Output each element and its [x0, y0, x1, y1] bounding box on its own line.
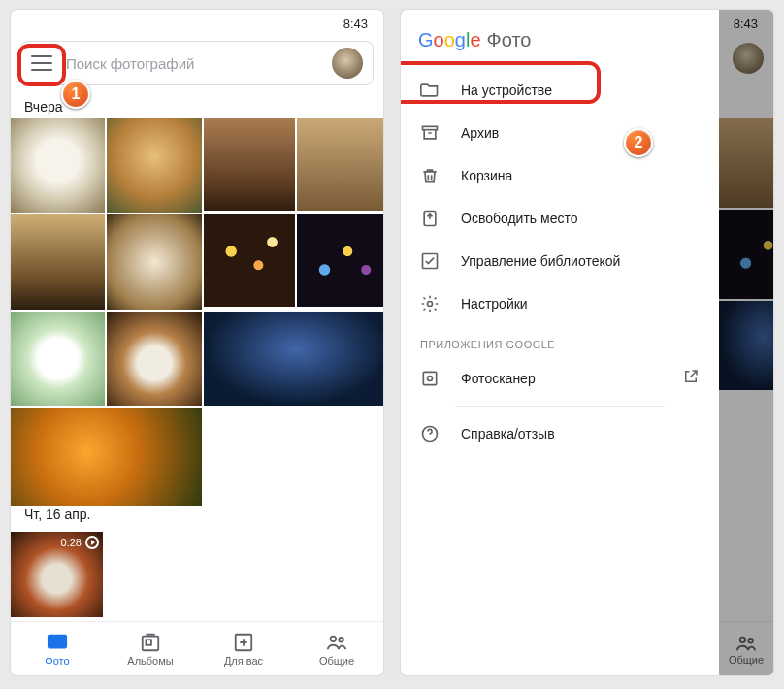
photo-thumb[interactable] [297, 214, 383, 307]
photo-thumb[interactable] [204, 214, 296, 307]
callout-badge-1: 1 [61, 80, 90, 109]
help-icon [420, 424, 440, 443]
drawer-item-label: Архив [461, 125, 499, 141]
albums-icon [140, 632, 161, 653]
menu-button[interactable] [31, 55, 52, 71]
drawer-item-label: Справка/отзыв [461, 426, 555, 442]
free-space-icon [420, 209, 440, 228]
tab-photos[interactable]: Фото [11, 622, 104, 675]
drawer-item-label: Освободить место [461, 211, 578, 226]
photo-thumb[interactable] [297, 118, 383, 211]
drawer-item-trash[interactable]: Корзина [401, 154, 719, 197]
status-bar: 8:43 [11, 10, 383, 37]
photoscan-icon [420, 369, 440, 388]
play-icon [85, 536, 99, 549]
drawer-item-label: Управление библиотекой [461, 253, 620, 269]
drawer-item-label: Фотосканер [461, 371, 536, 386]
photo-thumb[interactable] [11, 118, 105, 213]
archive-icon [420, 123, 440, 143]
drawer-item-archive[interactable]: Архив [401, 112, 719, 154]
svg-point-12 [428, 376, 433, 380]
phone-left: 8:43 Поиск фотографий 1 Вчера Чт, 16 апр… [11, 10, 383, 675]
drawer-item-label: На устройстве [461, 82, 552, 98]
photo-thumb[interactable] [107, 214, 201, 309]
photo-thumb[interactable] [204, 312, 383, 406]
drawer-item-device[interactable]: На устройстве [401, 69, 719, 112]
folder-icon [420, 81, 440, 100]
svg-rect-1 [146, 640, 151, 645]
photo-thumb[interactable] [204, 118, 296, 211]
hamburger-icon [31, 55, 52, 71]
photo-thumb[interactable] [107, 312, 201, 406]
video-duration: 0:28 [61, 537, 82, 548]
gear-icon [420, 294, 440, 313]
photo-thumb[interactable] [11, 312, 105, 406]
section-thu16: Чт, 16 апр. [11, 497, 383, 526]
phone-right: 8:43 Общие Google Фото На у [401, 10, 773, 675]
navigation-drawer: Google Фото На устройстве 2 Архив Корзин… [401, 10, 719, 675]
foryou-icon [233, 632, 254, 653]
drawer-item-freespace[interactable]: Освободить место [401, 197, 719, 240]
tab-shared[interactable]: Общие [290, 622, 383, 675]
drawer-section-apps: ПРИЛОЖЕНИЯ GOOGLE [401, 325, 719, 356]
photo-thumb[interactable] [107, 118, 201, 213]
tab-label: Альбомы [127, 655, 173, 667]
svg-rect-7 [423, 126, 438, 129]
drawer-item-label: Настройки [461, 296, 528, 312]
library-icon [420, 251, 440, 271]
video-badge: 0:28 [61, 536, 99, 549]
tab-foryou[interactable]: Для вас [197, 622, 290, 675]
shared-icon [326, 632, 347, 653]
external-link-icon [682, 368, 700, 388]
video-thumb[interactable]: 0:28 [11, 532, 103, 617]
tab-label: Для вас [224, 655, 263, 667]
svg-point-10 [428, 302, 433, 307]
tab-label: Общие [319, 655, 354, 667]
brand-word: Фото [487, 29, 532, 51]
photos-icon [47, 632, 68, 653]
drawer-item-photoscan[interactable]: Фотосканер [401, 356, 719, 400]
drawer-item-label: Корзина [461, 168, 512, 183]
photo-grid [11, 118, 383, 497]
trash-icon [420, 166, 440, 185]
photo-thumb[interactable] [11, 408, 202, 505]
drawer-item-manage[interactable]: Управление библиотекой [401, 240, 719, 282]
bottom-nav: Фото Альбомы Для вас Общие [11, 621, 383, 675]
photo-thumb[interactable] [11, 214, 105, 309]
clock: 8:43 [343, 16, 368, 31]
drawer-header: Google Фото [401, 17, 719, 69]
tab-label: Фото [45, 655, 69, 667]
drawer-item-settings[interactable]: Настройки [401, 282, 719, 325]
avatar[interactable] [332, 48, 363, 79]
svg-point-4 [339, 637, 343, 641]
search-input[interactable]: Поиск фотографий [66, 55, 318, 72]
google-logo: Google [418, 29, 481, 51]
tab-albums[interactable]: Альбомы [104, 622, 197, 675]
svg-point-3 [331, 636, 337, 641]
svg-rect-11 [423, 372, 436, 384]
drawer-item-help[interactable]: Справка/отзыв [401, 412, 719, 455]
